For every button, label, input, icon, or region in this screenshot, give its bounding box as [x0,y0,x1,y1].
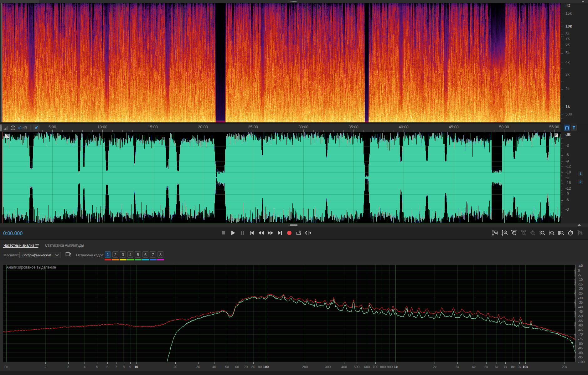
svg-text:Анализированое выделение: Анализированое выделение [6,265,56,270]
